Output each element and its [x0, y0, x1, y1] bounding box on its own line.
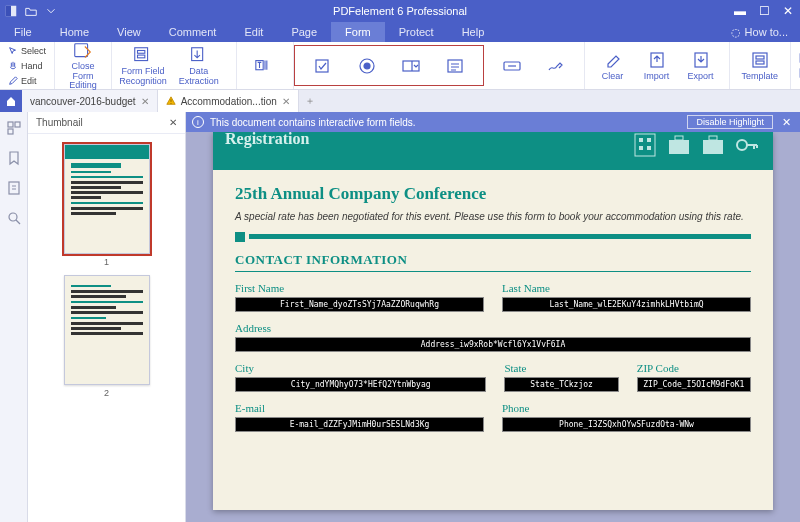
label-zip: ZIP Code: [637, 362, 751, 374]
help-icon: ◌: [731, 26, 741, 39]
field-state[interactable]: State_TCkzjoz: [504, 377, 618, 392]
checkbox-tool[interactable]: [301, 56, 345, 76]
extraction-icon: [188, 45, 210, 65]
window-title: PDFelement 6 Professional: [333, 5, 467, 17]
disable-highlight-button[interactable]: Disable Highlight: [687, 115, 773, 129]
listbox-tool[interactable]: [433, 56, 477, 76]
import-button[interactable]: Import: [635, 50, 679, 82]
chevron-down-icon[interactable]: [44, 4, 58, 18]
document-viewport[interactable]: Registration 25th Annual Company Confere…: [186, 132, 800, 522]
data-extraction-button[interactable]: Data Extraction: [168, 45, 229, 87]
svg-rect-2: [75, 43, 88, 56]
suitcase-icon: [665, 132, 693, 158]
app-logo-icon: [4, 4, 18, 18]
label-phone: Phone: [502, 402, 751, 414]
field-first-name[interactable]: First_Name_dyoZTsSYj7AaZZORuqwhRg: [235, 297, 484, 312]
button-field-icon: [501, 56, 523, 76]
info-icon: i: [192, 116, 204, 128]
suitcase-icon: [699, 132, 727, 158]
menu-form[interactable]: Form: [331, 22, 385, 42]
svg-point-21: [170, 103, 171, 104]
new-tab-button[interactable]: ＋: [299, 94, 321, 108]
maximize-button[interactable]: ☐: [752, 0, 776, 22]
field-city[interactable]: City_ndYMQhyO73*HEfQ2YtnWbyag: [235, 377, 486, 392]
document-tabs: vancouver-2016-budget ✕ Accommodation...…: [0, 90, 800, 112]
menu-bar: File Home View Comment Edit Page Form Pr…: [0, 22, 800, 42]
close-infobar-icon[interactable]: ✕: [779, 116, 794, 129]
svg-point-10: [364, 63, 370, 69]
menu-protect[interactable]: Protect: [385, 22, 448, 42]
label-state: State: [504, 362, 618, 374]
listbox-icon: [444, 56, 466, 76]
home-tab-button[interactable]: [0, 90, 22, 112]
svg-rect-17: [756, 56, 764, 59]
svg-rect-33: [675, 136, 683, 140]
button-tool[interactable]: [490, 56, 534, 76]
form-field-recognition-button[interactable]: Form Field Recognition: [118, 45, 168, 87]
menu-page[interactable]: Page: [277, 22, 331, 42]
svg-rect-34: [703, 140, 723, 154]
close-form-editing-button[interactable]: Close Form Editing: [61, 40, 105, 92]
tab-2[interactable]: Accommodation...tion ✕: [158, 90, 299, 112]
svg-rect-31: [647, 146, 651, 150]
section-heading: CONTACT INFORMATION: [235, 252, 751, 268]
field-phone[interactable]: Phone_I3ZSQxhOYwSFuzdOta-WNw: [502, 417, 751, 432]
menu-edit[interactable]: Edit: [230, 22, 277, 42]
text-field-icon: [254, 56, 276, 76]
label-first-name: First Name: [235, 282, 484, 294]
svg-rect-22: [8, 122, 13, 127]
thumbnail-page-1[interactable]: 1: [64, 144, 150, 267]
minimize-button[interactable]: ▬: [728, 0, 752, 22]
tool-select[interactable]: Select: [8, 44, 46, 58]
clear-button[interactable]: Clear: [591, 50, 635, 82]
close-button[interactable]: ✕: [776, 0, 800, 22]
field-address[interactable]: Address_iw9xRob*Wcfl6Yx1VvF6IA: [235, 337, 751, 352]
signature-tool[interactable]: [534, 56, 578, 76]
building-icon: [631, 132, 659, 158]
menu-comment[interactable]: Comment: [155, 22, 231, 42]
search-icon[interactable]: [6, 210, 22, 226]
svg-rect-23: [15, 122, 20, 127]
field-zip[interactable]: ZIP_Code_I5OIcM9dFoK1: [637, 377, 751, 392]
field-email[interactable]: E-mail_dZZFyJMimH0urSESLNd3Kg: [235, 417, 484, 432]
thumbnail-page-2[interactable]: 2: [64, 275, 150, 398]
svg-rect-3: [135, 48, 148, 61]
radio-icon: [356, 56, 378, 76]
svg-rect-8: [316, 60, 328, 72]
close-tab-icon[interactable]: ✕: [141, 96, 149, 107]
label-last-name: Last Name: [502, 282, 751, 294]
how-to-link[interactable]: ◌ How to...: [731, 26, 800, 39]
menu-view[interactable]: View: [103, 22, 155, 42]
doc-heading: 25th Annual Company Conference: [235, 184, 751, 204]
export-button[interactable]: Export: [679, 50, 723, 82]
svg-rect-27: [635, 134, 655, 156]
combobox-tool[interactable]: [389, 56, 433, 76]
thumbnails-icon[interactable]: [6, 120, 22, 136]
svg-rect-24: [8, 129, 13, 134]
open-icon[interactable]: [24, 4, 38, 18]
svg-rect-1: [6, 6, 11, 17]
tool-hand[interactable]: Hand: [8, 59, 46, 73]
close-tab-icon[interactable]: ✕: [282, 96, 290, 107]
menu-file[interactable]: File: [0, 22, 46, 42]
svg-rect-32: [669, 140, 689, 154]
text-field-tool[interactable]: [243, 56, 287, 76]
ribbon: Select Hand Edit Close Form Editing Form…: [0, 42, 800, 90]
doc-intro: A special rate has been negotiated for t…: [235, 210, 751, 224]
attachment-icon[interactable]: [6, 180, 22, 196]
tool-edit[interactable]: Edit: [8, 74, 46, 88]
template-icon: [749, 50, 771, 70]
svg-rect-16: [753, 53, 767, 67]
menu-help[interactable]: Help: [448, 22, 499, 42]
tab-1[interactable]: vancouver-2016-budget ✕: [22, 90, 158, 112]
thumbnail-title: Thumbnail: [36, 117, 83, 128]
label-email: E-mail: [235, 402, 484, 414]
bookmark-icon[interactable]: [6, 150, 22, 166]
template-button[interactable]: Template: [736, 50, 785, 82]
field-last-name[interactable]: Last_Name_wlE2EKuY4zimhkLHVtbimQ: [502, 297, 751, 312]
close-panel-icon[interactable]: ✕: [169, 117, 177, 128]
combobox-icon: [400, 56, 422, 76]
radio-tool[interactable]: [345, 56, 389, 76]
export-icon: [690, 50, 712, 70]
svg-rect-4: [138, 51, 145, 54]
